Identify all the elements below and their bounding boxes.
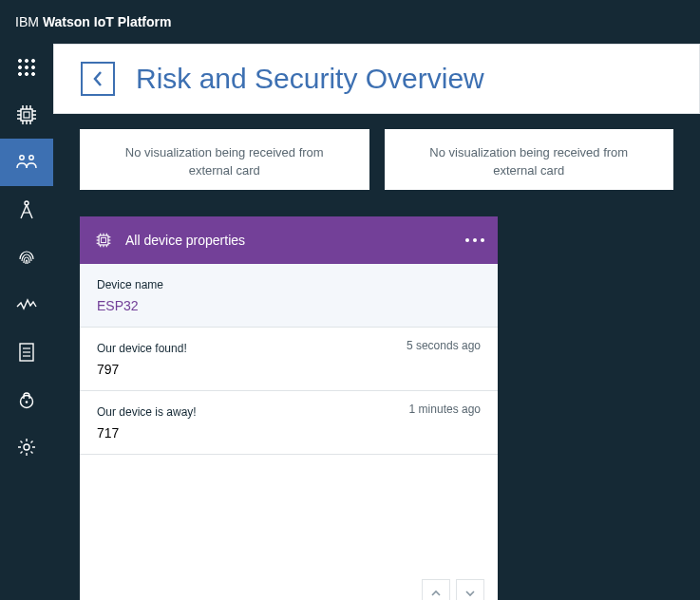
- nav-apps[interactable]: [0, 44, 53, 91]
- property-section[interactable]: Our device is away! 1 minutes ago 717: [80, 391, 498, 455]
- pager-down-button[interactable]: [456, 579, 484, 600]
- svg-point-3: [18, 66, 21, 68]
- svg-point-6: [18, 72, 21, 75]
- nav-fingerprint[interactable]: [0, 234, 53, 281]
- viz-card-text: No visualization being received from ext…: [423, 143, 636, 180]
- svg-point-0: [18, 59, 21, 62]
- device-card-title: All device properties: [125, 233, 245, 248]
- property-time: 5 seconds ago: [407, 339, 481, 352]
- property-value: 797: [97, 362, 481, 377]
- svg-rect-37: [102, 238, 106, 243]
- card-footer: [80, 569, 498, 600]
- gear-icon: [17, 438, 36, 457]
- content-area: Risk and Security Overview No visualizat…: [53, 44, 700, 600]
- viz-card-left: No visualization being received from ext…: [80, 129, 369, 190]
- svg-point-7: [25, 72, 28, 75]
- svg-rect-9: [21, 109, 32, 121]
- chevron-up-icon: [430, 589, 442, 598]
- device-card-header: All device properties: [80, 216, 498, 264]
- compass-icon: [17, 199, 36, 220]
- property-label: Our device found!: [97, 342, 187, 355]
- svg-rect-10: [24, 112, 29, 118]
- chip-icon: [16, 104, 37, 125]
- property-section[interactable]: Our device found! 5 seconds ago 797: [80, 328, 498, 391]
- pager-up-button[interactable]: [422, 579, 450, 600]
- svg-point-5: [31, 66, 34, 68]
- svg-line-27: [27, 205, 32, 218]
- nav-settings[interactable]: [0, 423, 53, 471]
- property-value: ESP32: [97, 298, 481, 313]
- viz-card-text: No visualization being received from ext…: [118, 143, 331, 180]
- property-section[interactable]: Device name ESP32: [80, 264, 498, 328]
- nav-lock[interactable]: [0, 376, 53, 423]
- svg-point-4: [25, 66, 28, 68]
- lock-icon: [18, 390, 35, 409]
- brand-light: IBM: [15, 14, 39, 29]
- activity-icon: [16, 298, 37, 311]
- svg-rect-36: [99, 235, 108, 245]
- page-title: Risk and Security Overview: [136, 63, 484, 95]
- nav-doc[interactable]: [0, 328, 53, 376]
- grid-icon: [17, 58, 36, 77]
- svg-point-23: [20, 156, 24, 159]
- side-nav: [0, 44, 53, 600]
- chevron-left-icon: [92, 70, 104, 87]
- document-icon: [19, 343, 34, 362]
- svg-point-1: [25, 59, 28, 62]
- property-time: 1 minutes ago: [409, 403, 481, 416]
- device-properties-card: All device properties Device name ESP32 …: [80, 216, 498, 600]
- viz-cards-row: No visualization being received from ext…: [53, 129, 700, 190]
- svg-point-8: [31, 72, 34, 75]
- nav-chip[interactable]: [0, 91, 53, 139]
- back-button[interactable]: [81, 62, 115, 96]
- chip-icon: [95, 232, 112, 249]
- nav-activity[interactable]: [0, 281, 53, 328]
- more-button[interactable]: [464, 216, 486, 264]
- brand-bold: Watson IoT Platform: [43, 14, 172, 29]
- svg-point-24: [29, 156, 33, 159]
- svg-point-34: [26, 401, 28, 403]
- viz-card-right: No visualization being received from ext…: [385, 129, 674, 190]
- property-value: 717: [97, 425, 481, 441]
- members-icon: [16, 153, 37, 172]
- svg-point-25: [25, 201, 28, 205]
- property-label: Our device is away!: [97, 405, 197, 419]
- svg-point-35: [24, 444, 29, 450]
- chevron-down-icon: [464, 589, 476, 598]
- nav-members[interactable]: [0, 139, 53, 186]
- fingerprint-icon: [17, 248, 36, 267]
- svg-point-2: [31, 59, 34, 62]
- nav-compass[interactable]: [0, 186, 53, 234]
- property-label: Device name: [97, 278, 163, 291]
- topbar: IBM Watson IoT Platform: [0, 0, 700, 44]
- card-spacer: [80, 455, 498, 569]
- page-header: Risk and Security Overview: [53, 44, 700, 114]
- svg-line-26: [21, 205, 27, 218]
